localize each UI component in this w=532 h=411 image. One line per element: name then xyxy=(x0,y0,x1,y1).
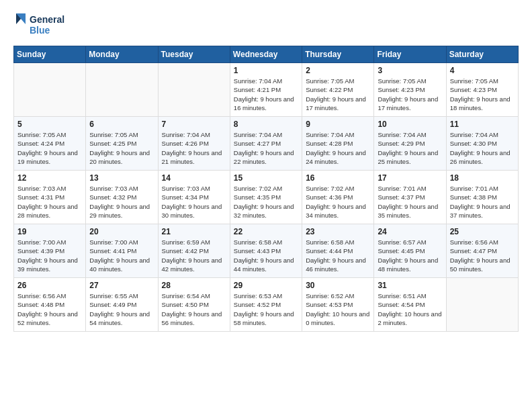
calendar-cell: 19Sunrise: 7:00 AMSunset: 4:39 PMDayligh… xyxy=(14,224,86,278)
calendar-cell: 15Sunrise: 7:02 AMSunset: 4:35 PMDayligh… xyxy=(230,171,302,224)
day-number: 13 xyxy=(89,173,154,183)
day-info: Sunrise: 6:51 AMSunset: 4:54 PMDaylight:… xyxy=(378,291,442,327)
calendar-cell: 14Sunrise: 7:03 AMSunset: 4:34 PMDayligh… xyxy=(158,171,230,224)
day-info: Sunrise: 6:53 AMSunset: 4:52 PMDaylight:… xyxy=(234,291,298,327)
calendar-cell: 18Sunrise: 7:01 AMSunset: 4:38 PMDayligh… xyxy=(446,171,518,224)
calendar-cell: 27Sunrise: 6:55 AMSunset: 4:49 PMDayligh… xyxy=(86,278,158,332)
calendar-cell: 30Sunrise: 6:52 AMSunset: 4:53 PMDayligh… xyxy=(302,278,374,332)
day-info: Sunrise: 7:05 AMSunset: 4:25 PMDaylight:… xyxy=(89,130,154,166)
calendar-cell: 22Sunrise: 6:58 AMSunset: 4:43 PMDayligh… xyxy=(230,224,302,278)
calendar-week-3: 12Sunrise: 7:03 AMSunset: 4:31 PMDayligh… xyxy=(14,171,519,224)
day-info: Sunrise: 7:04 AMSunset: 4:26 PMDaylight:… xyxy=(162,130,226,166)
day-number: 25 xyxy=(450,227,515,236)
calendar-week-1: 1Sunrise: 7:04 AMSunset: 4:21 PMDaylight… xyxy=(14,63,519,117)
day-number: 1 xyxy=(234,66,298,75)
calendar-cell: 5Sunrise: 7:05 AMSunset: 4:24 PMDaylight… xyxy=(14,117,86,171)
day-number: 22 xyxy=(234,227,298,236)
calendar-week-5: 26Sunrise: 6:56 AMSunset: 4:48 PMDayligh… xyxy=(14,278,519,332)
svg-text:Blue: Blue xyxy=(30,25,50,36)
calendar-cell: 11Sunrise: 7:04 AMSunset: 4:30 PMDayligh… xyxy=(446,117,518,171)
calendar-cell: 2Sunrise: 7:05 AMSunset: 4:22 PMDaylight… xyxy=(302,63,374,117)
calendar-cell: 16Sunrise: 7:02 AMSunset: 4:36 PMDayligh… xyxy=(302,171,374,224)
calendar-cell: 9Sunrise: 7:04 AMSunset: 4:28 PMDaylight… xyxy=(302,117,374,171)
day-info: Sunrise: 7:02 AMSunset: 4:35 PMDaylight:… xyxy=(234,184,298,220)
weekday-header-tuesday: Tuesday xyxy=(158,46,230,63)
calendar-cell: 31Sunrise: 6:51 AMSunset: 4:54 PMDayligh… xyxy=(374,278,446,332)
header: GeneralBlue xyxy=(13,11,519,39)
day-number: 4 xyxy=(450,66,515,75)
calendar-cell: 1Sunrise: 7:04 AMSunset: 4:21 PMDaylight… xyxy=(230,63,302,117)
day-info: Sunrise: 7:01 AMSunset: 4:37 PMDaylight:… xyxy=(378,184,442,220)
day-info: Sunrise: 6:59 AMSunset: 4:42 PMDaylight:… xyxy=(162,238,226,273)
weekday-header-row: SundayMondayTuesdayWednesdayThursdayFrid… xyxy=(14,46,519,63)
calendar-cell: 28Sunrise: 6:54 AMSunset: 4:50 PMDayligh… xyxy=(158,278,230,332)
day-number: 17 xyxy=(378,173,442,183)
calendar-cell: 7Sunrise: 7:04 AMSunset: 4:26 PMDaylight… xyxy=(158,117,230,171)
day-info: Sunrise: 6:56 AMSunset: 4:48 PMDaylight:… xyxy=(17,291,82,327)
calendar-cell: 10Sunrise: 7:04 AMSunset: 4:29 PMDayligh… xyxy=(374,117,446,171)
day-info: Sunrise: 7:03 AMSunset: 4:32 PMDaylight:… xyxy=(89,184,154,220)
day-info: Sunrise: 6:58 AMSunset: 4:44 PMDaylight:… xyxy=(306,238,370,273)
day-info: Sunrise: 7:04 AMSunset: 4:28 PMDaylight:… xyxy=(306,130,370,166)
day-number: 20 xyxy=(89,227,154,236)
calendar-week-4: 19Sunrise: 7:00 AMSunset: 4:39 PMDayligh… xyxy=(14,224,519,278)
day-number: 2 xyxy=(306,66,370,75)
calendar-cell: 6Sunrise: 7:05 AMSunset: 4:25 PMDaylight… xyxy=(86,117,158,171)
day-number: 16 xyxy=(306,173,370,183)
day-number: 6 xyxy=(89,120,154,129)
day-info: Sunrise: 7:02 AMSunset: 4:36 PMDaylight:… xyxy=(306,184,370,220)
day-info: Sunrise: 7:03 AMSunset: 4:34 PMDaylight:… xyxy=(162,184,226,220)
day-info: Sunrise: 7:01 AMSunset: 4:38 PMDaylight:… xyxy=(450,184,515,220)
day-number: 5 xyxy=(17,120,82,129)
calendar-cell xyxy=(14,63,86,117)
day-info: Sunrise: 7:05 AMSunset: 4:23 PMDaylight:… xyxy=(450,77,515,112)
day-number: 29 xyxy=(234,281,298,290)
logo-svg: GeneralBlue xyxy=(13,11,67,39)
day-info: Sunrise: 7:04 AMSunset: 4:29 PMDaylight:… xyxy=(378,130,442,166)
day-info: Sunrise: 7:00 AMSunset: 4:41 PMDaylight:… xyxy=(89,238,154,273)
calendar-table: SundayMondayTuesdayWednesdayThursdayFrid… xyxy=(13,46,519,332)
day-number: 24 xyxy=(378,227,442,236)
weekday-header-wednesday: Wednesday xyxy=(230,46,302,63)
day-number: 21 xyxy=(162,227,226,236)
calendar-cell: 3Sunrise: 7:05 AMSunset: 4:23 PMDaylight… xyxy=(374,63,446,117)
day-number: 7 xyxy=(162,120,226,129)
calendar-cell xyxy=(158,63,230,117)
day-info: Sunrise: 7:03 AMSunset: 4:31 PMDaylight:… xyxy=(17,184,82,220)
day-number: 18 xyxy=(450,173,515,183)
day-number: 23 xyxy=(306,227,370,236)
day-info: Sunrise: 7:04 AMSunset: 4:30 PMDaylight:… xyxy=(450,130,515,166)
day-number: 14 xyxy=(162,173,226,183)
day-info: Sunrise: 6:56 AMSunset: 4:47 PMDaylight:… xyxy=(450,238,515,273)
day-number: 31 xyxy=(378,281,442,290)
calendar-cell: 26Sunrise: 6:56 AMSunset: 4:48 PMDayligh… xyxy=(14,278,86,332)
calendar-cell: 24Sunrise: 6:57 AMSunset: 4:45 PMDayligh… xyxy=(374,224,446,278)
day-number: 11 xyxy=(450,120,515,129)
calendar-cell: 25Sunrise: 6:56 AMSunset: 4:47 PMDayligh… xyxy=(446,224,518,278)
weekday-header-monday: Monday xyxy=(86,46,158,63)
day-info: Sunrise: 7:05 AMSunset: 4:22 PMDaylight:… xyxy=(306,77,370,112)
day-info: Sunrise: 6:52 AMSunset: 4:53 PMDaylight:… xyxy=(306,291,370,327)
day-info: Sunrise: 6:54 AMSunset: 4:50 PMDaylight:… xyxy=(162,291,226,327)
day-info: Sunrise: 7:05 AMSunset: 4:24 PMDaylight:… xyxy=(17,130,82,166)
day-number: 27 xyxy=(89,281,154,290)
day-info: Sunrise: 6:57 AMSunset: 4:45 PMDaylight:… xyxy=(378,238,442,273)
day-number: 8 xyxy=(234,120,298,129)
logo: GeneralBlue xyxy=(13,11,67,39)
day-number: 9 xyxy=(306,120,370,129)
calendar-cell: 12Sunrise: 7:03 AMSunset: 4:31 PMDayligh… xyxy=(14,171,86,224)
page: GeneralBlue SundayMondayTuesdayWednesday… xyxy=(0,0,532,411)
day-number: 30 xyxy=(306,281,370,290)
day-number: 28 xyxy=(162,281,226,290)
weekday-header-thursday: Thursday xyxy=(302,46,374,63)
weekday-header-sunday: Sunday xyxy=(14,46,86,63)
calendar-cell: 17Sunrise: 7:01 AMSunset: 4:37 PMDayligh… xyxy=(374,171,446,224)
day-info: Sunrise: 6:55 AMSunset: 4:49 PMDaylight:… xyxy=(89,291,154,327)
calendar-cell: 23Sunrise: 6:58 AMSunset: 4:44 PMDayligh… xyxy=(302,224,374,278)
calendar-cell: 21Sunrise: 6:59 AMSunset: 4:42 PMDayligh… xyxy=(158,224,230,278)
weekday-header-saturday: Saturday xyxy=(446,46,518,63)
day-info: Sunrise: 7:05 AMSunset: 4:23 PMDaylight:… xyxy=(378,77,442,112)
day-info: Sunrise: 6:58 AMSunset: 4:43 PMDaylight:… xyxy=(234,238,298,273)
calendar-cell: 20Sunrise: 7:00 AMSunset: 4:41 PMDayligh… xyxy=(86,224,158,278)
calendar-cell xyxy=(446,278,518,332)
